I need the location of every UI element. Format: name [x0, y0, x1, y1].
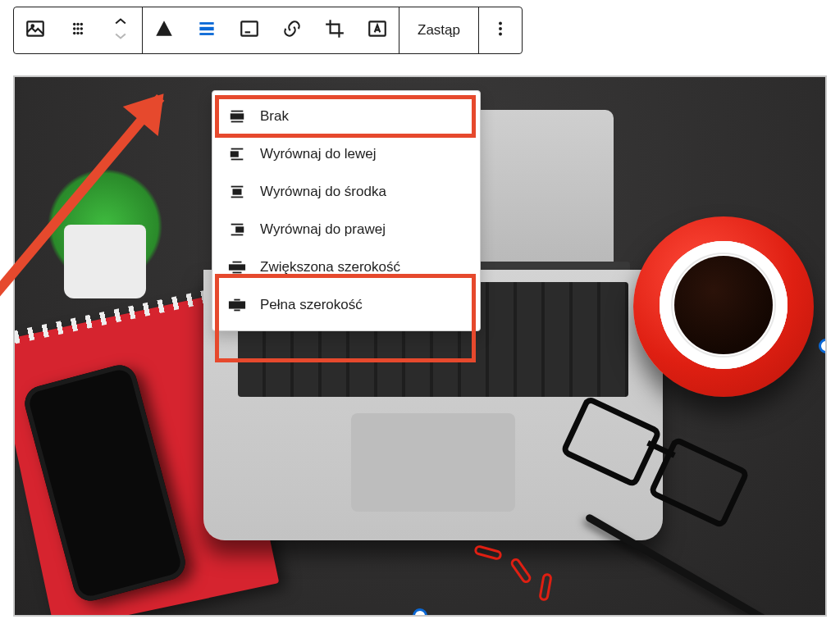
svg-point-6: [76, 27, 79, 30]
align-left-item[interactable]: Wyrównaj do lewej: [212, 135, 480, 173]
text-overlay-icon: [367, 18, 388, 43]
align-none-item[interactable]: Brak: [212, 98, 480, 135]
svg-point-10: [80, 32, 83, 34]
crop-icon: [324, 18, 345, 43]
block-type-button[interactable]: [14, 7, 57, 53]
align-center-icon: [227, 183, 247, 201]
align-icon: [196, 18, 217, 43]
more-options-button[interactable]: [479, 7, 522, 53]
svg-rect-27: [233, 189, 240, 194]
toolbar-group-replace: Zastąp: [399, 7, 479, 53]
drag-handle-button[interactable]: [57, 7, 99, 53]
align-none-icon: [227, 107, 247, 125]
svg-rect-33: [230, 265, 244, 270]
image-icon: [25, 18, 46, 43]
menu-item-label: Wyrównaj do prawej: [260, 221, 386, 238]
more-vertical-icon: [490, 18, 511, 43]
duotone-icon: [153, 18, 175, 43]
svg-rect-24: [231, 152, 238, 157]
toolbar-group-block: [14, 7, 143, 53]
align-left-icon: [227, 145, 247, 163]
align-center-item[interactable]: Wyrównaj do środka: [212, 173, 480, 211]
svg-rect-14: [241, 21, 258, 35]
svg-point-17: [499, 22, 502, 25]
svg-point-9: [76, 32, 79, 34]
svg-rect-30: [236, 227, 243, 232]
block-toolbar: Zastąp: [13, 7, 523, 54]
svg-point-2: [73, 23, 75, 25]
replace-label: Zastąp: [418, 22, 460, 39]
menu-item-label: Pełna szerokość: [260, 297, 363, 313]
align-wide-item[interactable]: Zwiększona szerokość: [212, 248, 480, 286]
link-icon: [281, 18, 303, 43]
svg-point-19: [499, 33, 502, 36]
svg-rect-21: [231, 114, 244, 119]
caption-button[interactable]: [228, 7, 271, 53]
svg-point-5: [73, 27, 75, 30]
toolbar-group-format: [143, 7, 399, 53]
menu-item-label: Wyrównaj do lewej: [260, 146, 377, 162]
link-button[interactable]: [271, 7, 313, 53]
crop-button[interactable]: [313, 7, 356, 53]
svg-point-4: [80, 23, 83, 25]
style-button[interactable]: [143, 7, 185, 53]
align-right-icon: [227, 221, 247, 239]
svg-rect-36: [230, 302, 244, 307]
align-full-item[interactable]: Pełna szerokość: [212, 286, 480, 324]
chevron-down-icon: [112, 30, 129, 45]
move-up-down-button[interactable]: [99, 7, 142, 53]
caption-icon: [239, 18, 260, 43]
svg-point-7: [80, 27, 83, 30]
svg-point-18: [499, 27, 502, 30]
text-overlay-button[interactable]: [356, 7, 399, 53]
align-full-icon: [227, 296, 247, 314]
align-right-item[interactable]: Wyrównaj do prawej: [212, 211, 480, 248]
menu-item-label: Brak: [260, 108, 289, 125]
align-wide-icon: [227, 258, 247, 276]
svg-point-3: [76, 23, 79, 25]
drag-icon: [67, 18, 89, 43]
toolbar-group-more: [479, 7, 522, 53]
align-button[interactable]: [185, 7, 228, 53]
chevron-up-icon: [112, 16, 129, 30]
alignment-dropdown: Brak Wyrównaj do lewej Wyrównaj do środk…: [212, 90, 481, 331]
svg-point-1: [31, 25, 34, 27]
menu-item-label: Wyrównaj do środka: [260, 184, 386, 200]
replace-button[interactable]: Zastąp: [399, 7, 478, 53]
menu-item-label: Zwiększona szerokość: [260, 259, 400, 276]
svg-point-8: [73, 32, 75, 34]
